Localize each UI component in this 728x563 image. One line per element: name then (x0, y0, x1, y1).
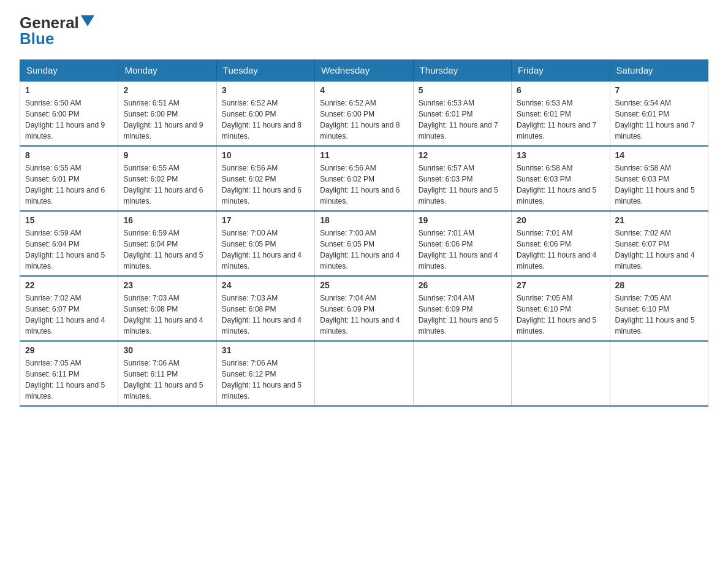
week-row-3: 22 Sunrise: 7:02 AMSunset: 6:07 PMDaylig… (20, 276, 708, 341)
day-number: 29 (25, 345, 113, 355)
day-number: 6 (517, 85, 604, 95)
header-tuesday: Tuesday (216, 60, 314, 82)
day-cell-30: 30 Sunrise: 7:06 AMSunset: 6:11 PMDaylig… (118, 341, 216, 406)
day-cell-27: 27 Sunrise: 7:05 AMSunset: 6:10 PMDaylig… (512, 276, 610, 341)
day-number: 7 (615, 85, 703, 95)
day-info: Sunrise: 7:00 AMSunset: 6:05 PMDaylight:… (222, 228, 309, 272)
empty-cell (610, 341, 708, 406)
day-number: 24 (222, 280, 309, 290)
day-number: 8 (25, 150, 113, 160)
day-info: Sunrise: 7:01 AMSunset: 6:06 PMDaylight:… (419, 228, 506, 272)
day-info: Sunrise: 7:02 AMSunset: 6:07 PMDaylight:… (615, 228, 703, 272)
day-cell-14: 14 Sunrise: 6:58 AMSunset: 6:03 PMDaylig… (610, 146, 708, 211)
day-cell-1: 1 Sunrise: 6:50 AMSunset: 6:00 PMDayligh… (20, 81, 118, 146)
day-number: 10 (222, 150, 309, 160)
day-info: Sunrise: 6:59 AMSunset: 6:04 PMDaylight:… (25, 228, 113, 272)
day-cell-9: 9 Sunrise: 6:55 AMSunset: 6:02 PMDayligh… (118, 146, 216, 211)
header-thursday: Thursday (413, 60, 511, 82)
day-info: Sunrise: 6:53 AMSunset: 6:01 PMDaylight:… (419, 98, 506, 142)
day-info: Sunrise: 7:00 AMSunset: 6:05 PMDaylight:… (320, 228, 408, 272)
day-cell-7: 7 Sunrise: 6:54 AMSunset: 6:01 PMDayligh… (610, 81, 708, 146)
header-row: SundayMondayTuesdayWednesdayThursdayFrid… (20, 60, 708, 82)
day-cell-11: 11 Sunrise: 6:56 AMSunset: 6:02 PMDaylig… (315, 146, 413, 211)
day-cell-13: 13 Sunrise: 6:58 AMSunset: 6:03 PMDaylig… (512, 146, 610, 211)
day-number: 1 (25, 85, 113, 95)
logo: General Blue (20, 15, 94, 48)
day-number: 13 (517, 150, 604, 160)
header-friday: Friday (512, 60, 610, 82)
day-cell-23: 23 Sunrise: 7:03 AMSunset: 6:08 PMDaylig… (118, 276, 216, 341)
day-cell-20: 20 Sunrise: 7:01 AMSunset: 6:06 PMDaylig… (512, 211, 610, 276)
day-number: 9 (123, 150, 211, 160)
day-cell-16: 16 Sunrise: 6:59 AMSunset: 6:04 PMDaylig… (118, 211, 216, 276)
day-info: Sunrise: 7:03 AMSunset: 6:08 PMDaylight:… (123, 293, 211, 337)
day-info: Sunrise: 6:55 AMSunset: 6:01 PMDaylight:… (25, 163, 113, 207)
day-info: Sunrise: 7:01 AMSunset: 6:06 PMDaylight:… (517, 228, 604, 272)
day-number: 14 (615, 150, 703, 160)
day-info: Sunrise: 6:54 AMSunset: 6:01 PMDaylight:… (615, 98, 703, 142)
day-number: 4 (320, 85, 408, 95)
day-number: 31 (222, 345, 309, 355)
day-cell-25: 25 Sunrise: 7:04 AMSunset: 6:09 PMDaylig… (315, 276, 413, 341)
day-info: Sunrise: 7:04 AMSunset: 6:09 PMDaylight:… (419, 293, 506, 337)
day-cell-28: 28 Sunrise: 7:05 AMSunset: 6:10 PMDaylig… (610, 276, 708, 341)
day-cell-12: 12 Sunrise: 6:57 AMSunset: 6:03 PMDaylig… (413, 146, 511, 211)
day-info: Sunrise: 7:04 AMSunset: 6:09 PMDaylight:… (320, 293, 408, 337)
day-number: 12 (419, 150, 506, 160)
day-number: 5 (419, 85, 506, 95)
day-info: Sunrise: 6:51 AMSunset: 6:00 PMDaylight:… (123, 98, 211, 142)
day-info: Sunrise: 7:06 AMSunset: 6:12 PMDaylight:… (222, 358, 309, 402)
day-cell-5: 5 Sunrise: 6:53 AMSunset: 6:01 PMDayligh… (413, 81, 511, 146)
day-number: 26 (419, 280, 506, 290)
day-cell-15: 15 Sunrise: 6:59 AMSunset: 6:04 PMDaylig… (20, 211, 118, 276)
day-number: 3 (222, 85, 309, 95)
header-saturday: Saturday (610, 60, 708, 82)
day-info: Sunrise: 6:52 AMSunset: 6:00 PMDaylight:… (222, 98, 309, 142)
day-info: Sunrise: 6:57 AMSunset: 6:03 PMDaylight:… (419, 163, 506, 207)
day-cell-8: 8 Sunrise: 6:55 AMSunset: 6:01 PMDayligh… (20, 146, 118, 211)
week-row-0: 1 Sunrise: 6:50 AMSunset: 6:00 PMDayligh… (20, 81, 708, 146)
week-row-2: 15 Sunrise: 6:59 AMSunset: 6:04 PMDaylig… (20, 211, 708, 276)
day-cell-6: 6 Sunrise: 6:53 AMSunset: 6:01 PMDayligh… (512, 81, 610, 146)
day-info: Sunrise: 6:56 AMSunset: 6:02 PMDaylight:… (222, 163, 309, 207)
day-info: Sunrise: 6:56 AMSunset: 6:02 PMDaylight:… (320, 163, 408, 207)
day-info: Sunrise: 6:53 AMSunset: 6:01 PMDaylight:… (517, 98, 604, 142)
day-info: Sunrise: 6:58 AMSunset: 6:03 PMDaylight:… (517, 163, 604, 207)
header-sunday: Sunday (20, 60, 118, 82)
day-cell-26: 26 Sunrise: 7:04 AMSunset: 6:09 PMDaylig… (413, 276, 511, 341)
logo-blue: Blue (20, 29, 54, 48)
empty-cell (315, 341, 413, 406)
day-number: 15 (25, 215, 113, 225)
day-info: Sunrise: 6:52 AMSunset: 6:00 PMDaylight:… (320, 98, 408, 142)
day-info: Sunrise: 7:05 AMSunset: 6:10 PMDaylight:… (517, 293, 604, 337)
day-info: Sunrise: 7:03 AMSunset: 6:08 PMDaylight:… (222, 293, 309, 337)
day-number: 30 (123, 345, 211, 355)
day-number: 27 (517, 280, 604, 290)
day-cell-24: 24 Sunrise: 7:03 AMSunset: 6:08 PMDaylig… (216, 276, 314, 341)
day-info: Sunrise: 6:50 AMSunset: 6:00 PMDaylight:… (25, 98, 113, 142)
week-row-4: 29 Sunrise: 7:05 AMSunset: 6:11 PMDaylig… (20, 341, 708, 406)
day-cell-29: 29 Sunrise: 7:05 AMSunset: 6:11 PMDaylig… (20, 341, 118, 406)
week-row-1: 8 Sunrise: 6:55 AMSunset: 6:01 PMDayligh… (20, 146, 708, 211)
day-cell-2: 2 Sunrise: 6:51 AMSunset: 6:00 PMDayligh… (118, 81, 216, 146)
day-info: Sunrise: 7:02 AMSunset: 6:07 PMDaylight:… (25, 293, 113, 337)
day-cell-10: 10 Sunrise: 6:56 AMSunset: 6:02 PMDaylig… (216, 146, 314, 211)
day-info: Sunrise: 6:58 AMSunset: 6:03 PMDaylight:… (615, 163, 703, 207)
day-cell-3: 3 Sunrise: 6:52 AMSunset: 6:00 PMDayligh… (216, 81, 314, 146)
day-info: Sunrise: 7:05 AMSunset: 6:10 PMDaylight:… (615, 293, 703, 337)
day-number: 19 (419, 215, 506, 225)
day-cell-22: 22 Sunrise: 7:02 AMSunset: 6:07 PMDaylig… (20, 276, 118, 341)
day-number: 23 (123, 280, 211, 290)
logo-triangle-icon (81, 15, 94, 26)
day-cell-18: 18 Sunrise: 7:00 AMSunset: 6:05 PMDaylig… (315, 211, 413, 276)
day-cell-19: 19 Sunrise: 7:01 AMSunset: 6:06 PMDaylig… (413, 211, 511, 276)
day-number: 18 (320, 215, 408, 225)
day-number: 25 (320, 280, 408, 290)
day-number: 22 (25, 280, 113, 290)
day-number: 17 (222, 215, 309, 225)
day-cell-17: 17 Sunrise: 7:00 AMSunset: 6:05 PMDaylig… (216, 211, 314, 276)
day-info: Sunrise: 6:55 AMSunset: 6:02 PMDaylight:… (123, 163, 211, 207)
empty-cell (512, 341, 610, 406)
header-monday: Monday (118, 60, 216, 82)
header-wednesday: Wednesday (315, 60, 413, 82)
